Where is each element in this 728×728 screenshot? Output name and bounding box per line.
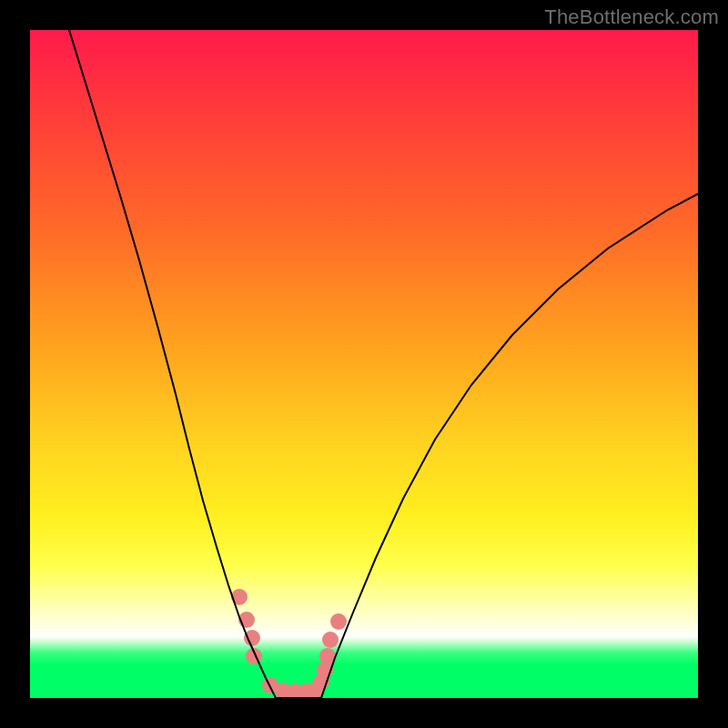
sample-dots — [231, 589, 347, 698]
watermark-text: TheBottleneck.com — [544, 5, 719, 29]
curve-layer — [30, 30, 698, 698]
plot-area — [30, 30, 698, 698]
sample-dot — [287, 683, 303, 698]
sample-dot — [319, 648, 336, 664]
sample-dot — [244, 630, 260, 646]
left-curve — [69, 30, 276, 698]
sample-dot — [262, 677, 278, 693]
sample-dot — [231, 589, 248, 605]
chart-frame: TheBottleneck.com — [0, 0, 728, 728]
sample-dot — [246, 648, 262, 664]
sample-dot — [317, 662, 333, 678]
sample-dot — [275, 682, 291, 698]
sample-dot — [322, 632, 339, 648]
sample-dot — [298, 683, 314, 698]
sample-dot — [313, 673, 329, 690]
right-curve — [321, 194, 698, 698]
sample-dot — [308, 682, 324, 698]
sample-dot — [238, 612, 255, 628]
sample-dot — [330, 613, 347, 630]
